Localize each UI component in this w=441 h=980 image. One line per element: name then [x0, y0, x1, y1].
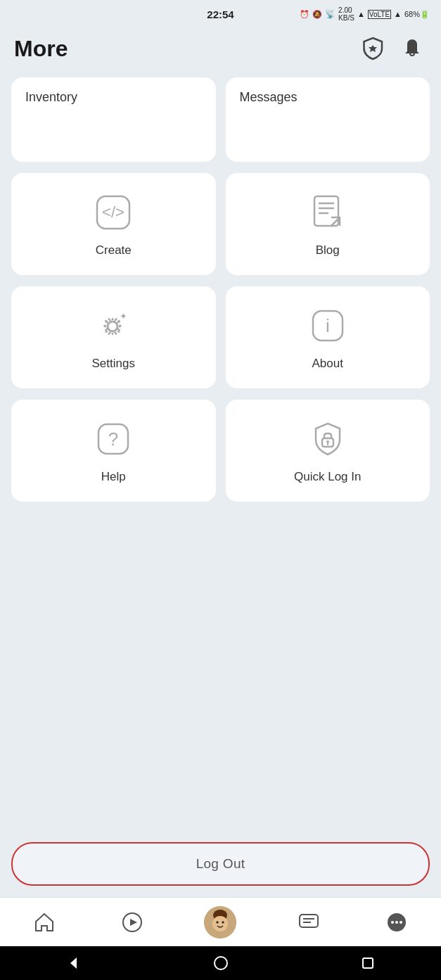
svg-rect-36 — [363, 958, 373, 968]
svg-point-35 — [215, 957, 227, 969]
logout-button[interactable]: Log Out — [11, 842, 430, 886]
speed-icon: 2.00KB/S — [338, 6, 354, 22]
svg-point-31 — [391, 921, 394, 924]
svg-text:?: ? — [108, 428, 118, 450]
grid-row-3: ? Help Quick Log In — [11, 400, 430, 502]
status-time: 22:54 — [207, 8, 234, 20]
svg-rect-27 — [300, 915, 318, 927]
settings-icon: ✦ — [92, 305, 134, 347]
main-content: Inventory Messages </> Create — [0, 72, 441, 842]
quick-log-in-label: Quick Log In — [294, 470, 361, 484]
status-icons: ⏰ 🔕 📡 2.00KB/S ▲ VoLTE ▲ 68%🔋 — [300, 6, 430, 22]
grid-item-settings[interactable]: ✦ Settings — [11, 286, 216, 388]
grid-item-blog[interactable]: Blog — [226, 173, 430, 275]
back-icon — [66, 955, 82, 971]
svg-point-33 — [400, 921, 402, 924]
logout-container: Log Out — [0, 842, 441, 897]
svg-marker-0 — [369, 45, 377, 52]
inventory-label: Inventory — [25, 90, 77, 105]
bluetooth-icon: 📡 — [325, 9, 335, 19]
bell-icon — [401, 37, 423, 60]
top-grid-row: Inventory Messages — [11, 77, 430, 162]
help-label: Help — [101, 470, 126, 484]
home-icon — [34, 912, 55, 933]
svg-point-16 — [326, 440, 329, 443]
settings-label: Settings — [92, 357, 135, 371]
help-icon: ? — [92, 418, 134, 460]
svg-text:✦: ✦ — [120, 311, 127, 322]
svg-text:</>: </> — [102, 203, 124, 221]
status-bar: 22:54 ⏰ 🔕 📡 2.00KB/S ▲ VoLTE ▲ 68%🔋 — [0, 0, 441, 28]
svg-point-9 — [108, 322, 117, 331]
volte-icon: VoLTE — [368, 10, 391, 19]
grid-item-messages[interactable]: Messages — [226, 77, 430, 162]
blog-label: Blog — [316, 243, 340, 257]
recents-icon — [360, 955, 376, 971]
bottom-nav — [0, 897, 441, 946]
mute-icon: 🔕 — [312, 10, 322, 19]
svg-text:i: i — [326, 315, 330, 336]
android-nav-bar — [0, 946, 441, 980]
chat-icon — [298, 912, 319, 933]
nav-more[interactable] — [377, 903, 416, 942]
info-icon: i — [307, 305, 349, 347]
grid-row-2: ✦ Settings i About — [11, 286, 430, 388]
shield-icon-button[interactable] — [358, 34, 388, 63]
svg-point-32 — [395, 921, 398, 924]
lock-shield-icon — [307, 418, 349, 460]
android-back-button[interactable] — [60, 949, 88, 977]
more-dots-icon — [386, 912, 407, 933]
nav-play[interactable] — [113, 903, 152, 942]
grid-item-inventory[interactable]: Inventory — [11, 77, 216, 162]
grid-item-quick-log-in[interactable]: Quick Log In — [226, 400, 430, 502]
bell-icon-button[interactable] — [397, 34, 427, 63]
android-recents-button[interactable] — [354, 949, 382, 977]
about-label: About — [312, 357, 343, 371]
svg-point-25 — [217, 921, 219, 924]
grid-item-help[interactable]: ? Help — [11, 400, 216, 502]
grid-row-1: </> Create Blog — [11, 173, 430, 275]
header-icons — [358, 34, 427, 63]
svg-point-24 — [212, 916, 228, 931]
nav-avatar[interactable] — [200, 903, 240, 942]
page-title: More — [14, 36, 68, 62]
shield-icon — [360, 36, 385, 61]
nav-home[interactable] — [25, 903, 64, 942]
code-icon: </> — [92, 191, 134, 234]
app-header: More — [0, 28, 441, 72]
messages-label: Messages — [240, 90, 298, 105]
wifi-icon: ▲ — [357, 10, 365, 18]
signal-icon: ▲ — [394, 10, 402, 18]
svg-marker-19 — [130, 919, 137, 926]
grid-item-create[interactable]: </> Create — [11, 173, 216, 275]
svg-marker-34 — [70, 957, 77, 969]
nav-chat[interactable] — [289, 903, 328, 942]
clock-icon: ⏰ — [300, 10, 309, 19]
android-home-button[interactable] — [207, 949, 235, 977]
svg-point-26 — [222, 921, 225, 924]
create-label: Create — [96, 243, 132, 257]
battery-icon: 68%🔋 — [404, 10, 430, 19]
android-home-icon — [213, 955, 229, 971]
play-icon — [122, 912, 143, 933]
avatar-icon — [204, 906, 236, 938]
grid-item-about[interactable]: i About — [226, 286, 430, 388]
blog-icon — [307, 191, 349, 234]
